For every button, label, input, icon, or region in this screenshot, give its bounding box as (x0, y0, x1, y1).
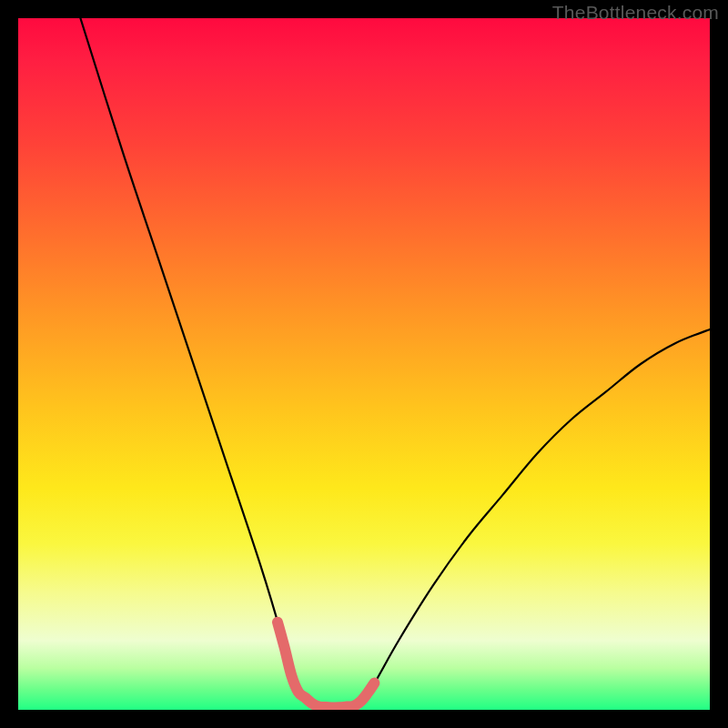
chart-svg (18, 18, 710, 710)
chart-frame: TheBottleneck.com (0, 0, 728, 728)
plot-area (18, 18, 710, 710)
curve-highlight (278, 622, 374, 708)
bottleneck-curve (80, 18, 710, 708)
watermark-text: TheBottleneck.com (552, 2, 719, 24)
